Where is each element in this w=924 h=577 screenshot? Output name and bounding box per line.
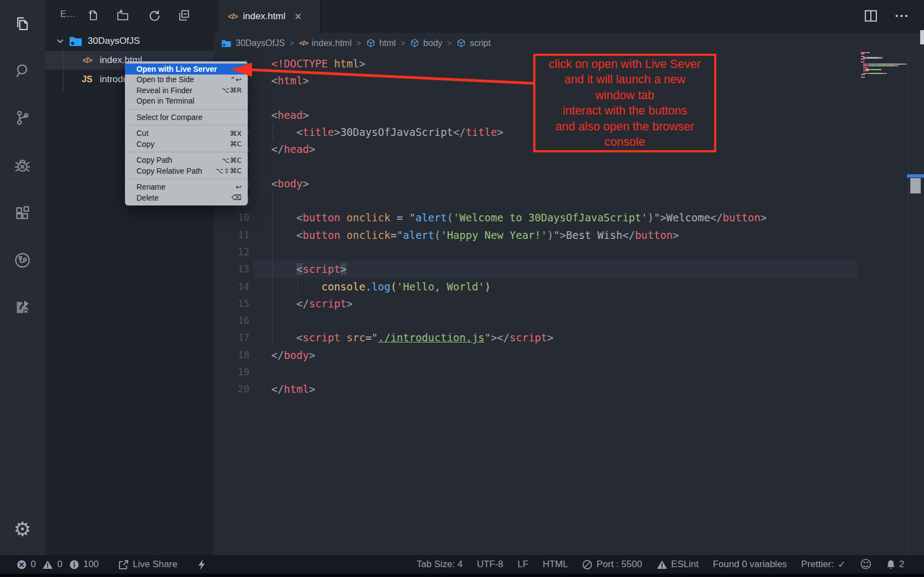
code-text: console.log('Hello, World') bbox=[271, 281, 490, 293]
encoding-indicator[interactable]: UTF-8 bbox=[477, 559, 503, 570]
gear-icon[interactable]: ⚙ bbox=[10, 516, 35, 541]
code-line[interactable]: 7 bbox=[214, 158, 858, 175]
code-text: <!DOCTYPE html> bbox=[271, 58, 366, 70]
check-icon: ✓ bbox=[837, 559, 845, 570]
code-line[interactable]: 9 bbox=[214, 192, 858, 209]
minimap-line bbox=[861, 77, 865, 78]
tab-index-html[interactable]: </> index.html ✕ bbox=[218, 0, 321, 33]
annotation-box: click on open with Live Sever and it wil… bbox=[533, 54, 716, 152]
refresh-icon[interactable] bbox=[147, 9, 161, 22]
extensions-icon[interactable] bbox=[10, 201, 35, 226]
search-icon[interactable] bbox=[10, 58, 35, 83]
publish-icon[interactable] bbox=[10, 295, 35, 320]
folder-icon bbox=[69, 35, 83, 48]
chevron-right-icon: > bbox=[357, 39, 361, 48]
breadcrumb-item-file[interactable]: </> index.html bbox=[299, 38, 352, 48]
code-icon: </> bbox=[299, 39, 308, 47]
code-line[interactable]: 14 console.log('Hello, World') bbox=[214, 278, 858, 295]
line-number: 16 bbox=[214, 315, 249, 326]
menu-item[interactable]: Rename↩ bbox=[125, 182, 248, 193]
tab-size-indicator[interactable]: Tab Size: 4 bbox=[417, 559, 463, 570]
eslint-indicator[interactable]: ESLint bbox=[657, 559, 699, 570]
code-line[interactable]: 12 bbox=[214, 243, 858, 260]
menu-item[interactable]: Select for Compare bbox=[125, 112, 248, 123]
new-file-icon[interactable] bbox=[87, 9, 100, 22]
tree-item-root-folder[interactable]: 30DaysOfJS bbox=[45, 32, 214, 50]
explorer-title: E… bbox=[60, 9, 76, 19]
breadcrumb-item-folder[interactable]: 30DaysOfJS bbox=[221, 38, 285, 48]
code-line[interactable]: 8<body> bbox=[214, 175, 858, 192]
annotation-line: and it will launch a new bbox=[535, 72, 714, 88]
problems-errors[interactable]: 0 bbox=[16, 559, 36, 570]
html-file-icon: </> bbox=[228, 12, 237, 21]
split-editor-icon[interactable] bbox=[863, 8, 879, 24]
prettier-indicator[interactable]: Prettier:✓ bbox=[801, 559, 846, 570]
problems-infos[interactable]: 100 bbox=[69, 559, 99, 570]
breadcrumb-item-script[interactable]: script bbox=[457, 38, 490, 48]
menu-item[interactable]: Delete⌫ bbox=[125, 192, 248, 203]
collapse-all-icon[interactable] bbox=[178, 9, 191, 22]
source-control-icon[interactable] bbox=[10, 105, 35, 130]
tab-label: index.html bbox=[243, 11, 285, 22]
code-line[interactable]: 16 bbox=[214, 312, 858, 329]
bolt-icon[interactable] bbox=[197, 559, 206, 570]
code-line[interactable]: 17 <script src="./introduction.js"></scr… bbox=[214, 329, 858, 346]
notifications-bell[interactable]: 2 bbox=[886, 559, 904, 570]
tree-indent-guide bbox=[63, 51, 64, 90]
line-number: 15 bbox=[214, 298, 249, 309]
code-text: <body> bbox=[271, 178, 309, 190]
symbol-cube-icon bbox=[410, 38, 419, 48]
code-line[interactable]: 13 <script> bbox=[214, 261, 858, 278]
feedback-smiley-icon[interactable]: ☺ bbox=[860, 558, 872, 571]
menu-item[interactable]: Cut⌘X bbox=[125, 128, 248, 139]
annotation-line: and also open the browser bbox=[535, 119, 714, 135]
symbol-cube-icon bbox=[366, 38, 375, 48]
menu-item[interactable]: Copy Path⌥⌘C bbox=[125, 155, 248, 166]
scrollbar-thumb[interactable] bbox=[910, 178, 921, 193]
chevron-right-icon: > bbox=[401, 39, 405, 48]
files-icon[interactable] bbox=[10, 11, 35, 36]
code-line[interactable]: 19 bbox=[214, 363, 858, 380]
live-share-button[interactable]: Live Share bbox=[118, 559, 177, 570]
code-line[interactable]: 20</html> bbox=[214, 381, 858, 398]
code-line[interactable]: 18</body> bbox=[214, 346, 858, 363]
code-line[interactable]: 10 <button onclick = "alert('Welcome to … bbox=[214, 209, 858, 226]
line-number: 20 bbox=[214, 384, 249, 395]
live-share-icon[interactable] bbox=[10, 248, 35, 273]
menu-item[interactable]: Open with Live Server bbox=[125, 64, 248, 75]
annotation-line: click on open with Live Sever bbox=[535, 56, 714, 72]
code-line[interactable]: 15 </script> bbox=[214, 295, 858, 312]
problems-warnings[interactable]: 0 bbox=[42, 559, 62, 570]
line-number: 11 bbox=[214, 230, 249, 241]
menu-separator bbox=[125, 109, 248, 110]
menu-item[interactable]: Copy Relative Path⌥⇧⌘C bbox=[125, 165, 248, 176]
menu-item[interactable]: Copy⌘C bbox=[125, 139, 248, 150]
annotation-line: interact with the buttons bbox=[535, 103, 714, 119]
port-indicator[interactable]: Port : 5500 bbox=[582, 559, 642, 570]
menu-item[interactable]: Open to the Side⌃↩ bbox=[125, 75, 248, 85]
line-number: 14 bbox=[214, 281, 249, 292]
close-icon[interactable]: ✕ bbox=[294, 11, 302, 22]
menu-separator bbox=[125, 179, 248, 179]
menu-item[interactable]: Open in Terminal bbox=[125, 96, 248, 107]
debug-icon[interactable] bbox=[10, 153, 35, 179]
share-icon bbox=[118, 559, 129, 570]
code-text: <button onclick="alert('Happy New Year!'… bbox=[271, 229, 679, 241]
chevron-right-icon: > bbox=[447, 39, 452, 48]
breadcrumb-item-body[interactable]: body bbox=[410, 38, 442, 48]
breadcrumb-item-html[interactable]: html bbox=[366, 38, 396, 48]
more-actions-icon[interactable] bbox=[893, 8, 910, 24]
menu-separator bbox=[125, 125, 248, 125]
overview-ruler-mark bbox=[907, 174, 924, 178]
code-text: </script> bbox=[271, 298, 353, 310]
info-icon bbox=[69, 559, 79, 570]
language-indicator[interactable]: HTML bbox=[543, 559, 568, 570]
code-line[interactable]: 11 <button onclick="alert('Happy New Yea… bbox=[214, 226, 858, 243]
new-folder-icon[interactable] bbox=[116, 9, 129, 22]
menu-item[interactable]: Reveal in Finder⌥⌘R bbox=[125, 85, 248, 96]
code-text: <script> bbox=[271, 263, 346, 275]
folder-icon bbox=[221, 38, 232, 48]
variables-indicator[interactable]: Found 0 variables bbox=[713, 559, 787, 570]
eol-indicator[interactable]: LF bbox=[517, 559, 528, 570]
code-text: <html> bbox=[271, 75, 309, 87]
